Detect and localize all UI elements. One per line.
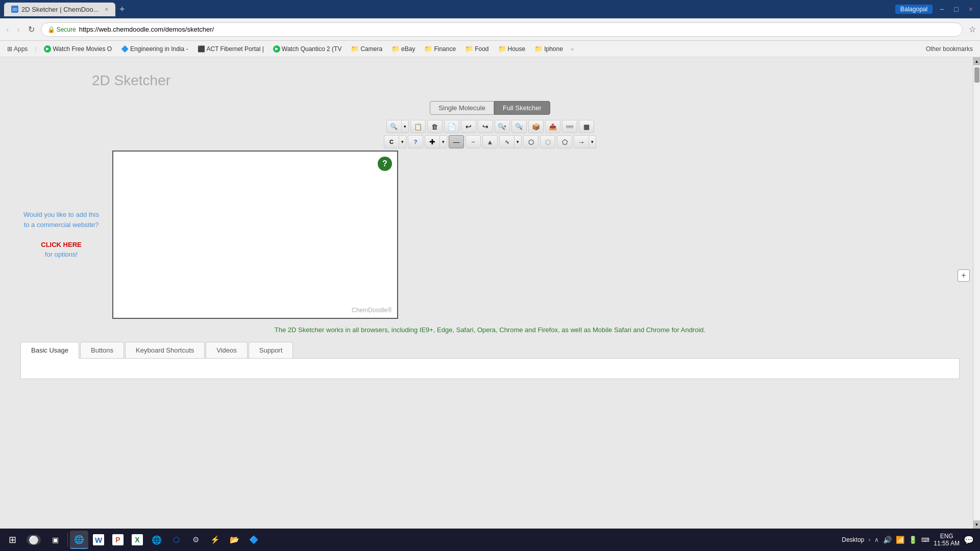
bookmark-ebay[interactable]: 📁 eBay — [388, 43, 419, 54]
address-input[interactable]: 🔒 Secure https://web.chemdoodle.com/demo… — [41, 22, 963, 37]
paste-btn[interactable]: 📋 — [410, 120, 426, 133]
tab-content-area — [20, 359, 960, 379]
taskbar-powerpoint[interactable]: P — [109, 531, 127, 549]
zoom-out-btn[interactable]: 🔍 - — [511, 120, 527, 133]
bookmark-watch-quantico[interactable]: ▶ Watch Quantico 2 (TV — [270, 44, 346, 54]
export-btn[interactable]: 📤 — [545, 120, 560, 133]
ring5-btn[interactable]: ⬠ — [557, 135, 572, 148]
plus-sidebar-btn[interactable]: + — [958, 269, 970, 282]
single-bond-btn[interactable]: — — [449, 135, 464, 148]
tab-videos[interactable]: Videos — [206, 342, 248, 358]
forward-button[interactable]: › — [15, 23, 21, 36]
battery-icon[interactable]: 🔋 — [909, 536, 917, 544]
folder-icon: 📁 — [534, 45, 543, 53]
bookmark-food[interactable]: 📁 Food — [461, 43, 492, 54]
browser-tab[interactable]: 2D 2D Sketcher | ChemDoo... × — [4, 3, 115, 16]
taskbar-excel[interactable]: X — [128, 531, 146, 549]
taskbar-word[interactable]: W — [89, 531, 108, 549]
secure-label: Secure — [57, 26, 76, 33]
scroll-thumb[interactable] — [974, 67, 979, 83]
element-tool-group: C ▾ — [384, 135, 406, 148]
taskbar-separator — [67, 533, 68, 547]
desktop-label[interactable]: Desktop — [842, 536, 864, 543]
bookmark-act[interactable]: ⬛ ACT Fibernet Portal | — [194, 44, 267, 54]
add-dropdown-btn[interactable]: ▾ — [440, 135, 447, 148]
new-tab-button[interactable]: + — [119, 4, 125, 15]
taskbar-files[interactable]: 📂 — [225, 531, 243, 549]
other-bookmarks[interactable]: Other bookmarks — [923, 44, 976, 54]
single-molecule-btn[interactable]: Single Molecule — [430, 101, 494, 115]
query-btn[interactable]: ? — [408, 135, 423, 148]
zoom-in-btn[interactable]: 🔍 + — [495, 120, 510, 133]
tab-close-button[interactable]: × — [105, 6, 108, 12]
taskbar-chrome2[interactable]: 🌐 — [148, 531, 166, 549]
undo-btn[interactable]: ↩ — [461, 120, 476, 133]
bookmark-watch-movies[interactable]: ▶ Watch Free Movies O — [40, 44, 115, 54]
arrow-dropdown-btn[interactable]: ▾ — [589, 135, 596, 148]
taskbar-chrome[interactable]: 🌐 — [70, 531, 88, 549]
wifi-icon[interactable]: 📶 — [896, 536, 904, 544]
task-view-btn[interactable]: ▣ — [45, 530, 65, 550]
start-button[interactable]: ⊞ — [2, 530, 22, 550]
grid-btn[interactable]: ▦ — [579, 120, 594, 133]
canvas-wrapper: Would you like to add this to a commerci… — [20, 151, 960, 319]
apps-grid-icon: ⊞ — [7, 45, 12, 53]
arrow-btn[interactable]: → — [574, 135, 589, 148]
redo-btn[interactable]: ↪ — [478, 120, 493, 133]
dash-bond-btn[interactable]: ╌ — [465, 135, 481, 148]
taskbar-edge[interactable]: ⬡ — [167, 531, 185, 549]
bookmark-engineering[interactable]: 🔷 Engineering in India - — [117, 44, 191, 54]
fit-btn[interactable]: 📦 — [528, 120, 544, 133]
speaker-icon[interactable]: 🔊 — [883, 536, 892, 544]
tab-basic-usage[interactable]: Basic Usage — [20, 342, 79, 359]
search-taskbar-btn[interactable]: ⚪ — [23, 530, 44, 550]
tab-buttons[interactable]: Buttons — [80, 342, 124, 358]
bookmark-house[interactable]: 📁 House — [495, 43, 529, 54]
maximize-button[interactable]: □ — [951, 5, 961, 13]
taskbar-thunder[interactable]: ⚡ — [206, 531, 224, 549]
wavy-bond-btn[interactable]: ∿ — [499, 135, 514, 148]
bookmark-camera[interactable]: 📁 Camera — [347, 43, 386, 54]
ring5-filled-btn[interactable]: ⬡ — [540, 135, 555, 148]
sketcher-canvas[interactable]: ? ChemDoodle® — [112, 151, 398, 319]
chrome-icon: 🌐 — [74, 535, 84, 544]
bookmark-star-icon[interactable]: ☆ — [969, 24, 976, 34]
bookmark-label: ACT Fibernet Portal | — [207, 45, 264, 53]
bookmark-label: Food — [475, 45, 488, 53]
apps-button[interactable]: ⊞ Apps — [4, 44, 31, 54]
bookmark-finance[interactable]: 📁 Finance — [421, 43, 459, 54]
element-dropdown-btn[interactable]: ▾ — [399, 135, 406, 148]
folder-icon: 📁 — [391, 45, 400, 53]
tab-keyboard-shortcuts[interactable]: Keyboard Shortcuts — [125, 342, 205, 358]
up-arrow-icon[interactable]: ∧ — [874, 536, 879, 543]
solid-wedge-btn[interactable]: ▲ — [482, 135, 498, 148]
tab-support[interactable]: Support — [249, 342, 293, 358]
element-c-btn[interactable]: C — [384, 135, 399, 148]
taskbar-terminal[interactable]: 🔷 — [244, 531, 263, 549]
wavy-bond-group: ∿ ▾ — [499, 135, 522, 148]
bookmark-iphone[interactable]: 📁 Iphone — [531, 43, 567, 54]
add-btn[interactable]: ✚ — [425, 135, 440, 148]
show-desktop-arrow: › — [868, 536, 870, 543]
lasso-tool-btn[interactable]: 🔍 — [386, 120, 402, 133]
notification-button[interactable]: 💬 — [964, 535, 974, 545]
click-here-link[interactable]: CLICK HERE — [41, 240, 81, 250]
help-button[interactable]: ? — [378, 157, 392, 171]
copy-btn[interactable]: 📄 — [444, 120, 459, 133]
close-button[interactable]: × — [966, 5, 976, 13]
search-btn[interactable]: 👓 — [562, 120, 577, 133]
taskbar-settings[interactable]: ⚙ — [186, 531, 205, 549]
minimize-button[interactable]: − — [937, 5, 947, 13]
scroll-up-btn[interactable]: ▲ — [973, 57, 981, 65]
scroll-down-btn[interactable]: ▼ — [973, 520, 981, 529]
lasso-dropdown-btn[interactable]: ▾ — [402, 120, 409, 133]
keyboard-icon[interactable]: ⌨ — [921, 537, 929, 543]
undo-icon: ↩ — [465, 122, 472, 131]
sketcher-container: Single Molecule Full Sketcher 🔍 ▾ 📋 🗑 📄 … — [20, 101, 960, 379]
wavy-dropdown-btn[interactable]: ▾ — [514, 135, 522, 148]
full-sketcher-btn[interactable]: Full Sketcher — [494, 101, 550, 115]
back-button[interactable]: ‹ — [4, 23, 11, 36]
erase-btn[interactable]: 🗑 — [427, 120, 443, 133]
refresh-button[interactable]: ↻ — [26, 22, 37, 36]
ring6-btn[interactable]: ⬡ — [523, 135, 538, 148]
